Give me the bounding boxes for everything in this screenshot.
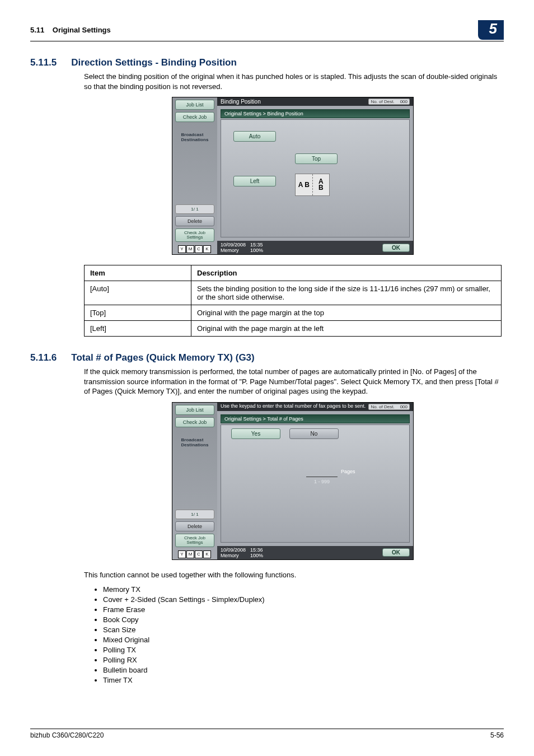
- page-counter: 1/ 1: [175, 204, 214, 214]
- col-item: Item: [85, 265, 191, 281]
- section-title-text: Direction Settings - Binding Position: [71, 57, 237, 68]
- list-item: Cover + 2-Sided (Scan Settings - Simplex…: [103, 595, 502, 604]
- footer-page: 5-56: [490, 731, 504, 739]
- toner-icons: YMCK: [178, 245, 212, 253]
- list-item: Memory TX: [103, 585, 502, 594]
- incompatible-functions-list: Memory TX Cover + 2-Sided (Scan Settings…: [84, 585, 502, 684]
- section-heading-5-11-5: 5.11.5 Direction Settings - Binding Posi…: [30, 57, 504, 68]
- section-paragraph: Select the binding position of the origi…: [84, 72, 502, 91]
- section-heading-5-11-6: 5.11.6 Total # of Pages (Quick Memory TX…: [30, 352, 504, 363]
- list-item: Mixed Original: [103, 636, 502, 644]
- status-time: 15:35: [250, 242, 263, 248]
- broadcast-destinations-label: Broadcast Destinations: [181, 132, 208, 142]
- table-row: [Left] Original with the page margin at …: [85, 321, 502, 337]
- list-item: Timer TX: [103, 676, 502, 684]
- broadcast-destinations-label: Broadcast Destinations: [181, 437, 208, 447]
- status-date: 10/09/2008: [221, 242, 246, 248]
- pages-range: 1 - 999: [314, 479, 330, 484]
- section-title: Original Settings: [53, 26, 111, 34]
- job-list-button[interactable]: Job List: [175, 100, 214, 110]
- footer-model: bizhub C360/C280/C220: [30, 731, 104, 739]
- screen-title: Use the keypad to enter the total number…: [221, 404, 366, 409]
- check-job-button[interactable]: Check Job: [175, 112, 214, 122]
- pages-label: Pages: [341, 469, 355, 474]
- job-list-button[interactable]: Job List: [175, 405, 214, 415]
- running-head: 5.11 Original Settings 5: [30, 20, 504, 41]
- ok-button[interactable]: OK: [382, 244, 410, 252]
- breadcrumb: Original Settings > Binding Position: [221, 109, 410, 118]
- list-item: Scan Size: [103, 626, 502, 634]
- col-description: Description: [191, 265, 502, 281]
- list-item: Frame Erase: [103, 605, 502, 614]
- top-button[interactable]: Top: [295, 153, 338, 164]
- binding-diagram: A B A B: [295, 174, 330, 196]
- status-memory: 100%: [250, 553, 263, 558]
- binding-position-screenshot: Job List Check Job Broadcast Destination…: [172, 97, 414, 255]
- section-title-text: Total # of Pages (Quick Memory TX) (G3): [71, 352, 254, 363]
- list-item: Polling RX: [103, 656, 502, 664]
- table-row: [Top] Original with the page margin at t…: [85, 305, 502, 321]
- section-ref: 5.11: [30, 26, 44, 34]
- dest-badge: No. of Dest. 000: [368, 404, 410, 410]
- dest-badge: No. of Dest. 000: [368, 99, 410, 105]
- list-item: Bulletin board: [103, 666, 502, 674]
- left-button[interactable]: Left: [233, 176, 276, 186]
- status-time: 15:36: [250, 547, 263, 553]
- no-button[interactable]: No: [289, 428, 339, 439]
- delete-button[interactable]: Delete: [175, 521, 214, 531]
- check-job-settings-button[interactable]: Check Job Settings: [175, 534, 214, 547]
- breadcrumb: Original Settings > Total # of Pages: [221, 414, 410, 423]
- binding-position-table: Item Description [Auto] Sets the binding…: [84, 265, 502, 337]
- list-item: Polling TX: [103, 646, 502, 654]
- chapter-number-badge: 5: [478, 20, 504, 40]
- status-date: 10/09/2008: [221, 547, 246, 553]
- section-paragraph: If the quick memory transmission is perf…: [84, 367, 502, 396]
- status-memory: 100%: [250, 248, 263, 253]
- section-number: 5.11.6: [30, 352, 57, 363]
- total-pages-screenshot: Job List Check Job Broadcast Destination…: [172, 402, 414, 560]
- pages-input[interactable]: [306, 469, 338, 477]
- yes-button[interactable]: Yes: [231, 428, 280, 439]
- delete-button[interactable]: Delete: [175, 216, 214, 226]
- incompatible-lead: This function cannot be used together wi…: [84, 570, 502, 580]
- screen-title: Binding Position: [221, 99, 261, 105]
- ok-button[interactable]: OK: [382, 548, 410, 557]
- check-job-settings-button[interactable]: Check Job Settings: [175, 228, 214, 242]
- page-footer: bizhub C360/C280/C220 5-56: [30, 729, 504, 739]
- table-row: [Auto] Sets the binding position to the …: [85, 281, 502, 305]
- section-number: 5.11.5: [30, 57, 57, 68]
- toner-icons: YMCK: [178, 550, 212, 558]
- check-job-button[interactable]: Check Job: [175, 417, 214, 427]
- auto-button[interactable]: Auto: [233, 131, 276, 142]
- page-counter: 1/ 1: [175, 510, 214, 519]
- list-item: Book Copy: [103, 615, 502, 624]
